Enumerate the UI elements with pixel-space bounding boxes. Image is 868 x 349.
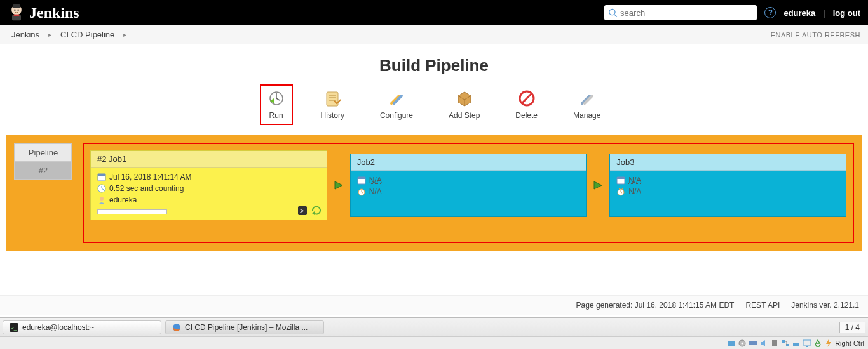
history-icon <box>323 89 341 107</box>
svg-marker-22 <box>312 211 315 215</box>
pipeline-toolbar: Run History Configure Add Step Delete Ma… <box>0 84 868 125</box>
clock-icon <box>357 187 366 196</box>
tray-recycle-icon[interactable] <box>813 339 822 348</box>
svg-rect-29 <box>617 177 625 179</box>
pipeline-label-column: Pipeline #2 <box>14 143 72 180</box>
taskbar-browser-label: CI CD Pipeline [Jenkins] – Mozilla ... <box>185 323 308 332</box>
terminal-icon: >_ <box>10 323 18 332</box>
stage-user: edureka <box>109 195 137 204</box>
manage-label: Manage <box>573 111 600 120</box>
tray-disk-icon[interactable] <box>727 339 736 348</box>
stage-title: Job2 <box>351 154 587 171</box>
taskbar-terminal[interactable]: >_ edureka@localhost:~ <box>3 320 161 334</box>
stage-title: Job3 <box>610 154 846 171</box>
run-icon <box>268 89 285 107</box>
top-header: Jenkins ? edureka | log out <box>0 0 868 25</box>
stage-duration: 0.52 sec and counting <box>109 184 184 193</box>
rerun-icon[interactable] <box>311 206 322 216</box>
delete-label: Delete <box>515 111 538 120</box>
svg-text:>_: >_ <box>300 207 308 214</box>
pipeline-number[interactable]: #2 <box>15 162 71 179</box>
stage-timestamp-na[interactable]: N/A <box>369 176 382 185</box>
svg-marker-27 <box>594 181 602 189</box>
add-step-icon <box>456 89 473 107</box>
svg-marker-23 <box>335 181 342 189</box>
firefox-icon <box>172 323 181 332</box>
help-icon[interactable]: ? <box>764 7 776 18</box>
clock-icon <box>97 184 106 193</box>
tray-hostkey-label: Right Ctrl <box>835 339 864 347</box>
stage-timestamp: Jul 16, 2018 1:41:14 AM <box>109 173 191 181</box>
breadcrumb-bar: Jenkins ▸ CI CD Pipeline ▸ ENABLE AUTO R… <box>0 25 868 44</box>
breadcrumb-pipeline[interactable]: CI CD Pipeline <box>57 30 118 39</box>
progress-bar <box>97 209 167 214</box>
delete-button[interactable]: Delete <box>508 84 545 125</box>
svg-point-36 <box>742 342 743 344</box>
stage-title: #2 Job1 <box>91 151 327 168</box>
svg-rect-38 <box>772 340 777 346</box>
stage-card-job2[interactable]: Job2 N/A N/A <box>350 154 587 217</box>
svg-text:>_: >_ <box>11 325 17 331</box>
jenkins-logo[interactable]: Jenkins <box>8 3 79 23</box>
arrow-right-icon <box>592 180 604 191</box>
taskbar-terminal-label: edureka@localhost:~ <box>22 323 94 332</box>
manage-icon <box>578 89 596 107</box>
jenkins-version: Jenkins ver. 2.121.1 <box>791 301 859 310</box>
separator: | <box>823 8 825 18</box>
tray-power-icon[interactable] <box>824 339 833 348</box>
user-icon <box>97 195 106 204</box>
tray-sound-icon[interactable] <box>759 339 768 348</box>
svg-rect-25 <box>358 177 365 179</box>
page-title: Build Pipeline <box>0 56 868 76</box>
configure-icon <box>388 89 405 107</box>
stage-duration-na[interactable]: N/A <box>369 187 382 196</box>
search-box[interactable] <box>604 5 757 20</box>
run-button[interactable]: Run <box>260 84 293 125</box>
tray-display-icon[interactable] <box>803 339 811 348</box>
stage-card-job1[interactable]: #2 Job1 Jul 16, 2018 1:41:14 AM 0.52 sec… <box>90 150 327 220</box>
add-step-button[interactable]: Add Step <box>441 84 487 125</box>
svg-rect-17 <box>98 174 105 176</box>
stage-duration-na[interactable]: N/A <box>628 187 641 196</box>
vm-statusbar: Right Ctrl <box>0 336 868 349</box>
page-footer: Page generated: Jul 16, 2018 1:41:15 AM … <box>0 295 868 315</box>
enable-auto-refresh-link[interactable]: ENABLE AUTO REFRESH <box>771 31 860 39</box>
run-label: Run <box>269 111 283 120</box>
chevron-right-icon: ▸ <box>118 31 132 38</box>
svg-rect-39 <box>782 340 785 343</box>
tray-net-icon[interactable] <box>781 339 790 348</box>
stage-card-job3[interactable]: Job3 N/A N/A <box>609 154 846 217</box>
tray-share-icon[interactable] <box>792 339 801 348</box>
os-taskbar: >_ edureka@localhost:~ CI CD Pipeline [J… <box>0 317 868 336</box>
svg-rect-37 <box>749 341 757 345</box>
svg-rect-43 <box>806 346 808 347</box>
taskbar-browser[interactable]: CI CD Pipeline [Jenkins] – Mozilla ... <box>165 320 324 334</box>
configure-label: Configure <box>380 111 413 120</box>
tray-cd-icon[interactable] <box>738 339 747 348</box>
rest-api-link[interactable]: REST API <box>745 301 780 310</box>
console-icon[interactable]: >_ <box>297 206 308 216</box>
user-link[interactable]: edureka <box>783 8 815 18</box>
search-input[interactable] <box>620 8 753 18</box>
workspace-pager[interactable]: 1 / 4 <box>839 322 865 333</box>
generated-timestamp: Page generated: Jul 16, 2018 1:41:15 AM … <box>576 301 735 310</box>
manage-button[interactable]: Manage <box>566 84 608 125</box>
brand-text: Jenkins <box>29 4 79 22</box>
delete-icon <box>518 89 536 107</box>
tray-usb-icon[interactable] <box>770 339 779 348</box>
configure-button[interactable]: Configure <box>372 84 421 125</box>
breadcrumb-jenkins[interactable]: Jenkins <box>8 30 43 39</box>
calendar-icon <box>97 173 106 181</box>
stage-timestamp-na[interactable]: N/A <box>628 176 641 185</box>
logout-link[interactable]: log out <box>833 8 860 18</box>
pipeline-container: Pipeline #2 #2 Job1 Jul 16, 2018 1:41:14… <box>6 135 862 251</box>
arrow-connector <box>587 180 609 191</box>
svg-rect-3 <box>14 15 20 16</box>
history-button[interactable]: History <box>313 84 352 125</box>
jenkins-icon <box>8 3 25 23</box>
arrow-right-icon <box>333 180 344 191</box>
chevron-right-icon: ▸ <box>43 31 57 38</box>
svg-point-6 <box>609 9 615 15</box>
svg-point-4 <box>14 9 15 10</box>
tray-hd-icon[interactable] <box>749 339 757 348</box>
